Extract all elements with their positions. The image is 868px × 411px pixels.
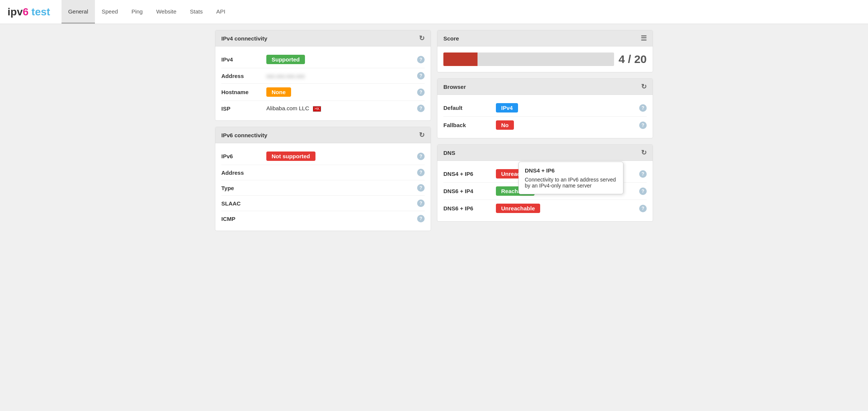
ipv4-hostname-value: None (266, 87, 414, 97)
ipv6-help[interactable]: ? (414, 153, 425, 160)
nav-item-stats[interactable]: Stats (183, 0, 209, 24)
score-card-header: Score ☰ (437, 30, 653, 46)
browser-default-value: IPv4 (496, 103, 636, 112)
ipv6-value: Not supported (266, 152, 414, 161)
logo-6: 6 (23, 6, 29, 18)
dns-refresh-icon[interactable]: ↻ (641, 148, 647, 157)
dns4-ip6-label: DNS4 + IP6 (443, 171, 496, 177)
dns-card-header: DNS ↻ (437, 145, 653, 161)
score-section: 4 / 20 (437, 46, 653, 72)
nav-item-api[interactable]: API (210, 0, 232, 24)
ipv4-card-body: IPv4 Supported ? Address xxx.xxx.xxx.xxx (215, 46, 431, 120)
ipv6-not-supported-badge: Not supported (266, 152, 315, 161)
ipv6-type-label: Type (221, 185, 266, 191)
nav-item-website[interactable]: Website (149, 0, 183, 24)
dns6-ip4-help-icon[interactable]: ? (639, 188, 647, 195)
dns6-ip6-help-icon[interactable]: ? (639, 205, 647, 212)
nav-item-ping[interactable]: Ping (125, 0, 149, 24)
dns6-ip6-value: Unreachable (496, 204, 636, 213)
ipv6-address-help-icon[interactable]: ? (417, 169, 425, 176)
ipv4-isp-value: Alibaba.com LLC HK (266, 105, 414, 112)
browser-default-help-icon[interactable]: ? (639, 104, 647, 112)
ipv4-card-title: IPv4 connectivity (221, 35, 267, 42)
ipv6-slaac-row: SLAAC ? (221, 196, 425, 211)
dns6-ip6-label: DNS6 + IP6 (443, 205, 496, 212)
browser-refresh-icon[interactable]: ↻ (641, 82, 647, 91)
browser-default-help[interactable]: ? (636, 104, 647, 112)
ipv4-isp-row: ISP Alibaba.com LLC HK ? (221, 101, 425, 116)
dns4-ip6-row: DNS4 + IP6 Unreachable ? DNS4 + IP6 Conn… (443, 165, 647, 183)
ipv6-type-row: Type ? (221, 180, 425, 196)
ipv4-isp-help-icon[interactable]: ? (417, 105, 425, 112)
nav-item-general[interactable]: General (62, 0, 95, 24)
ipv4-help[interactable]: ? (414, 56, 425, 63)
nav-item-speed[interactable]: Speed (95, 0, 125, 24)
ipv6-slaac-label: SLAAC (221, 200, 266, 207)
dns6-ip4-label: DNS6 + IP4 (443, 188, 496, 194)
ipv4-isp-flag: HK (313, 106, 321, 112)
dns4-ip6-help-icon[interactable]: ? (639, 170, 647, 178)
ipv4-hostname-row: Hostname None ? (221, 84, 425, 101)
browser-fallback-label: Fallback (443, 122, 496, 128)
tooltip-body: Connectivity to an IPv6 address served b… (525, 177, 617, 189)
browser-fallback-value: No (496, 120, 636, 130)
ipv4-supported-badge: Supported (266, 55, 305, 64)
browser-fallback-row: Fallback No ? (443, 117, 647, 134)
score-bar-container: 4 / 20 (443, 52, 647, 66)
dns6-ip6-badge: Unreachable (496, 204, 540, 213)
ipv6-card-title: IPv6 connectivity (221, 132, 267, 138)
score-card-title: Score (443, 35, 459, 42)
ipv6-address-help[interactable]: ? (414, 169, 425, 176)
ipv4-address-value: xxx.xxx.xxx.xxx (266, 73, 414, 79)
ipv4-refresh-icon[interactable]: ↻ (419, 34, 425, 42)
score-bar-fill (443, 52, 478, 66)
ipv6-icmp-label: ICMP (221, 216, 266, 222)
ipv4-hostname-label: Hostname (221, 89, 266, 95)
ipv6-help-icon[interactable]: ? (417, 153, 425, 160)
ipv4-isp-help[interactable]: ? (414, 105, 425, 112)
ipv4-row: IPv4 Supported ? (221, 51, 425, 68)
ipv6-icmp-help[interactable]: ? (414, 215, 425, 222)
tooltip-title: DNS4 + IP6 (525, 167, 617, 174)
ipv6-slaac-help-icon[interactable]: ? (417, 200, 425, 207)
ipv4-hostname-badge: None (266, 87, 291, 97)
ipv6-address-row: Address ? (221, 165, 425, 180)
dns4-ip6-help[interactable]: ? (636, 170, 647, 178)
ipv4-isp-text: Alibaba.com LLC (266, 105, 309, 111)
browser-fallback-badge: No (496, 120, 514, 130)
score-card: Score ☰ 4 / 20 (437, 30, 653, 72)
ipv6-row: IPv6 Not supported ? (221, 148, 425, 165)
dns-card-body: DNS4 + IP6 Unreachable ? DNS4 + IP6 Conn… (437, 161, 653, 221)
score-list-icon[interactable]: ☰ (641, 34, 647, 42)
ipv4-card: IPv4 connectivity ↻ IPv4 Supported ? Add… (215, 30, 431, 121)
dns-card-title: DNS (443, 150, 455, 156)
ipv4-address-label: Address (221, 73, 266, 79)
ipv6-slaac-help[interactable]: ? (414, 200, 425, 207)
dns-card: DNS ↻ DNS4 + IP6 Unreachable ? DNS4 + IP… (437, 144, 653, 222)
ipv6-type-help[interactable]: ? (414, 184, 425, 192)
dns4-ip6-tooltip: DNS4 + IP6 Connectivity to an IPv6 addre… (518, 162, 623, 194)
logo-test: test (29, 6, 50, 18)
ipv4-label: IPv4 (221, 56, 266, 63)
ipv4-card-header: IPv4 connectivity ↻ (215, 30, 431, 46)
browser-fallback-help-icon[interactable]: ? (639, 122, 647, 129)
ipv4-hostname-help[interactable]: ? (414, 88, 425, 96)
ipv4-hostname-help-icon[interactable]: ? (417, 88, 425, 96)
ipv6-card-header: IPv6 connectivity ↻ (215, 127, 431, 143)
ipv6-type-help-icon[interactable]: ? (417, 184, 425, 192)
browser-card-title: Browser (443, 84, 466, 90)
browser-fallback-help[interactable]: ? (636, 122, 647, 129)
ipv4-value: Supported (266, 55, 414, 64)
ipv4-address-help[interactable]: ? (414, 72, 425, 80)
dns6-ip6-help[interactable]: ? (636, 205, 647, 212)
score-text: 4 / 20 (619, 53, 647, 66)
ipv6-icmp-help-icon[interactable]: ? (417, 215, 425, 222)
nav: General Speed Ping Website Stats API (62, 0, 232, 24)
ipv6-refresh-icon[interactable]: ↻ (419, 131, 425, 139)
ipv4-address-help-icon[interactable]: ? (417, 72, 425, 80)
ipv6-address-label: Address (221, 170, 266, 176)
dns6-ip4-help[interactable]: ? (636, 188, 647, 195)
ipv4-help-icon[interactable]: ? (417, 56, 425, 63)
ipv6-icmp-row: ICMP ? (221, 211, 425, 226)
score-bar-bg (443, 52, 614, 66)
